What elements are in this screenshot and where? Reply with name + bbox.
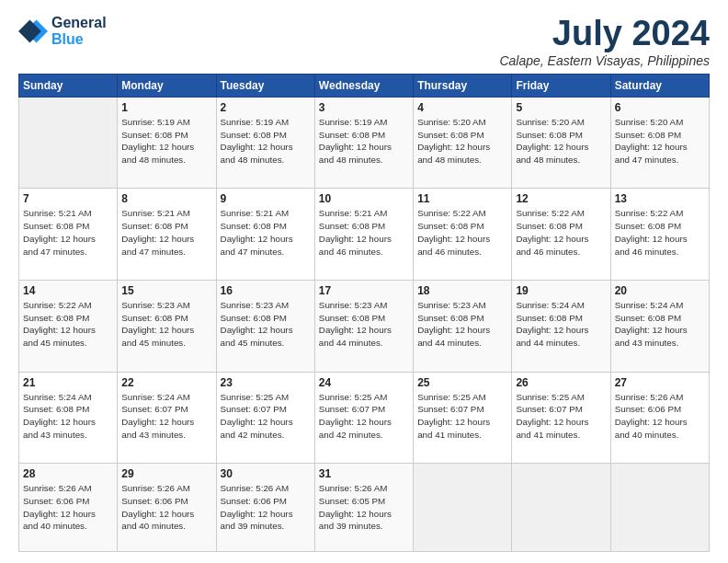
table-row: 26Sunrise: 5:25 AM Sunset: 6:07 PM Dayli… xyxy=(512,372,610,464)
day-number: 11 xyxy=(417,192,507,205)
table-row: 20Sunrise: 5:24 AM Sunset: 6:08 PM Dayli… xyxy=(610,281,709,373)
table-row: 23Sunrise: 5:25 AM Sunset: 6:07 PM Dayli… xyxy=(216,372,314,464)
header-row: Sunday Monday Tuesday Wednesday Thursday… xyxy=(19,74,710,97)
col-friday: Friday xyxy=(512,74,610,97)
location: Calape, Eastern Visayas, Philippines xyxy=(499,53,710,68)
table-row xyxy=(19,97,118,189)
day-info: Sunrise: 5:26 AM Sunset: 6:06 PM Dayligh… xyxy=(23,482,113,533)
col-monday: Monday xyxy=(118,74,216,97)
header: General Blue July 2024 Calape, Eastern V… xyxy=(18,15,710,68)
table-row xyxy=(512,464,610,552)
day-info: Sunrise: 5:21 AM Sunset: 6:08 PM Dayligh… xyxy=(121,207,211,258)
day-number: 12 xyxy=(516,192,606,205)
table-row: 29Sunrise: 5:26 AM Sunset: 6:06 PM Dayli… xyxy=(118,464,216,552)
day-info: Sunrise: 5:22 AM Sunset: 6:08 PM Dayligh… xyxy=(23,299,113,350)
day-number: 2 xyxy=(221,101,311,114)
day-number: 27 xyxy=(615,376,705,389)
table-row: 28Sunrise: 5:26 AM Sunset: 6:06 PM Dayli… xyxy=(19,464,118,552)
day-info: Sunrise: 5:24 AM Sunset: 6:08 PM Dayligh… xyxy=(615,299,705,350)
day-info: Sunrise: 5:25 AM Sunset: 6:07 PM Dayligh… xyxy=(417,391,507,442)
day-info: Sunrise: 5:19 AM Sunset: 6:08 PM Dayligh… xyxy=(319,116,409,167)
day-info: Sunrise: 5:26 AM Sunset: 6:06 PM Dayligh… xyxy=(221,482,311,533)
table-row: 17Sunrise: 5:23 AM Sunset: 6:08 PM Dayli… xyxy=(314,281,413,373)
day-number: 25 xyxy=(417,376,507,389)
week-row-3: 14Sunrise: 5:22 AM Sunset: 6:08 PM Dayli… xyxy=(19,281,710,373)
day-number: 22 xyxy=(121,376,211,389)
table-row: 7Sunrise: 5:21 AM Sunset: 6:08 PM Daylig… xyxy=(19,189,118,281)
day-info: Sunrise: 5:19 AM Sunset: 6:08 PM Dayligh… xyxy=(221,116,311,167)
day-number: 23 xyxy=(221,376,311,389)
table-row: 8Sunrise: 5:21 AM Sunset: 6:08 PM Daylig… xyxy=(118,189,216,281)
day-number: 17 xyxy=(319,284,409,297)
day-info: Sunrise: 5:20 AM Sunset: 6:08 PM Dayligh… xyxy=(615,116,705,167)
day-info: Sunrise: 5:22 AM Sunset: 6:08 PM Dayligh… xyxy=(417,207,507,258)
day-info: Sunrise: 5:24 AM Sunset: 6:07 PM Dayligh… xyxy=(121,391,211,442)
day-number: 8 xyxy=(121,192,211,205)
table-row: 19Sunrise: 5:24 AM Sunset: 6:08 PM Dayli… xyxy=(512,281,610,373)
week-row-4: 21Sunrise: 5:24 AM Sunset: 6:08 PM Dayli… xyxy=(19,372,710,464)
table-row: 27Sunrise: 5:26 AM Sunset: 6:06 PM Dayli… xyxy=(610,372,709,464)
day-info: Sunrise: 5:25 AM Sunset: 6:07 PM Dayligh… xyxy=(516,391,606,442)
day-info: Sunrise: 5:21 AM Sunset: 6:08 PM Dayligh… xyxy=(23,207,113,258)
day-info: Sunrise: 5:26 AM Sunset: 6:06 PM Dayligh… xyxy=(121,482,211,533)
day-number: 7 xyxy=(23,192,113,205)
title-block: July 2024 Calape, Eastern Visayas, Phili… xyxy=(499,15,710,68)
week-row-5: 28Sunrise: 5:26 AM Sunset: 6:06 PM Dayli… xyxy=(19,464,710,552)
table-row: 11Sunrise: 5:22 AM Sunset: 6:08 PM Dayli… xyxy=(414,189,512,281)
day-info: Sunrise: 5:26 AM Sunset: 6:06 PM Dayligh… xyxy=(615,391,705,442)
day-info: Sunrise: 5:23 AM Sunset: 6:08 PM Dayligh… xyxy=(319,299,409,350)
day-info: Sunrise: 5:25 AM Sunset: 6:07 PM Dayligh… xyxy=(221,391,311,442)
day-info: Sunrise: 5:23 AM Sunset: 6:08 PM Dayligh… xyxy=(417,299,507,350)
day-info: Sunrise: 5:20 AM Sunset: 6:08 PM Dayligh… xyxy=(417,116,507,167)
day-number: 15 xyxy=(121,284,211,297)
table-row: 24Sunrise: 5:25 AM Sunset: 6:07 PM Dayli… xyxy=(314,372,413,464)
day-info: Sunrise: 5:20 AM Sunset: 6:08 PM Dayligh… xyxy=(516,116,606,167)
table-row: 9Sunrise: 5:21 AM Sunset: 6:08 PM Daylig… xyxy=(216,189,314,281)
day-info: Sunrise: 5:21 AM Sunset: 6:08 PM Dayligh… xyxy=(319,207,409,258)
logo-icon xyxy=(18,17,48,46)
table-row: 21Sunrise: 5:24 AM Sunset: 6:08 PM Dayli… xyxy=(19,372,118,464)
table-row: 13Sunrise: 5:22 AM Sunset: 6:08 PM Dayli… xyxy=(610,189,709,281)
day-number: 14 xyxy=(23,284,113,297)
week-row-2: 7Sunrise: 5:21 AM Sunset: 6:08 PM Daylig… xyxy=(19,189,710,281)
logo-text: General Blue xyxy=(51,15,107,47)
col-tuesday: Tuesday xyxy=(216,74,314,97)
calendar-table: Sunday Monday Tuesday Wednesday Thursday… xyxy=(18,74,710,552)
day-number: 6 xyxy=(615,101,705,114)
col-saturday: Saturday xyxy=(610,74,709,97)
table-row: 25Sunrise: 5:25 AM Sunset: 6:07 PM Dayli… xyxy=(414,372,512,464)
week-row-1: 1Sunrise: 5:19 AM Sunset: 6:08 PM Daylig… xyxy=(19,97,710,189)
day-number: 1 xyxy=(121,101,211,114)
day-info: Sunrise: 5:23 AM Sunset: 6:08 PM Dayligh… xyxy=(121,299,211,350)
day-number: 24 xyxy=(319,376,409,389)
table-row: 4Sunrise: 5:20 AM Sunset: 6:08 PM Daylig… xyxy=(414,97,512,189)
day-number: 30 xyxy=(221,467,311,480)
table-row: 1Sunrise: 5:19 AM Sunset: 6:08 PM Daylig… xyxy=(118,97,216,189)
table-row: 3Sunrise: 5:19 AM Sunset: 6:08 PM Daylig… xyxy=(314,97,413,189)
table-row: 30Sunrise: 5:26 AM Sunset: 6:06 PM Dayli… xyxy=(216,464,314,552)
day-number: 3 xyxy=(319,101,409,114)
day-number: 10 xyxy=(319,192,409,205)
table-row: 5Sunrise: 5:20 AM Sunset: 6:08 PM Daylig… xyxy=(512,97,610,189)
col-sunday: Sunday xyxy=(19,74,118,97)
table-row: 22Sunrise: 5:24 AM Sunset: 6:07 PM Dayli… xyxy=(118,372,216,464)
day-info: Sunrise: 5:26 AM Sunset: 6:05 PM Dayligh… xyxy=(319,482,409,533)
day-number: 19 xyxy=(516,284,606,297)
day-number: 4 xyxy=(417,101,507,114)
table-row: 18Sunrise: 5:23 AM Sunset: 6:08 PM Dayli… xyxy=(414,281,512,373)
logo: General Blue xyxy=(18,15,107,47)
table-row: 14Sunrise: 5:22 AM Sunset: 6:08 PM Dayli… xyxy=(19,281,118,373)
day-info: Sunrise: 5:22 AM Sunset: 6:08 PM Dayligh… xyxy=(615,207,705,258)
day-number: 13 xyxy=(615,192,705,205)
day-number: 26 xyxy=(516,376,606,389)
table-row: 2Sunrise: 5:19 AM Sunset: 6:08 PM Daylig… xyxy=(216,97,314,189)
day-info: Sunrise: 5:21 AM Sunset: 6:08 PM Dayligh… xyxy=(221,207,311,258)
page: General Blue July 2024 Calape, Eastern V… xyxy=(0,0,728,563)
day-number: 28 xyxy=(23,467,113,480)
table-row: 16Sunrise: 5:23 AM Sunset: 6:08 PM Dayli… xyxy=(216,281,314,373)
day-info: Sunrise: 5:24 AM Sunset: 6:08 PM Dayligh… xyxy=(23,391,113,442)
day-info: Sunrise: 5:24 AM Sunset: 6:08 PM Dayligh… xyxy=(516,299,606,350)
day-number: 5 xyxy=(516,101,606,114)
col-wednesday: Wednesday xyxy=(314,74,413,97)
day-info: Sunrise: 5:22 AM Sunset: 6:08 PM Dayligh… xyxy=(516,207,606,258)
